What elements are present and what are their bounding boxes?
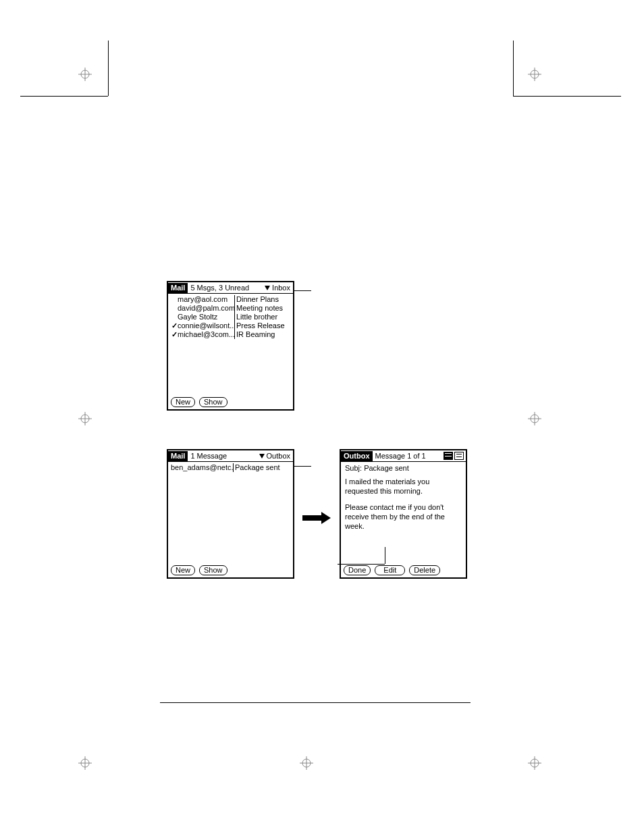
svg-marker-22 [321, 512, 331, 524]
message-row[interactable]: Gayle Stoltz Little brother [168, 313, 293, 321]
body-paragraph: I mailed the materials you requested thi… [345, 477, 462, 496]
message-subject: Press Release [236, 321, 290, 330]
dropdown-triangle-icon [265, 286, 270, 290]
outbox-status: 1 Message [188, 452, 256, 461]
message-subject: IR Beaming [236, 330, 290, 339]
subject-value: Package sent [364, 464, 409, 472]
crop-line [513, 96, 621, 97]
inbox-button-bar: New Show [171, 397, 227, 407]
message-row[interactable]: ✓ connie@wilsont... Press Release [168, 321, 293, 330]
registration-mark-icon [300, 756, 313, 770]
message-subject: Meeting notes [236, 304, 290, 313]
new-button[interactable]: New [171, 397, 195, 407]
message-row[interactable]: mary@aol.com Dinner Plans [168, 295, 293, 304]
inbox-titlebar: Mail 5 Msgs, 3 Unread Inbox [168, 282, 293, 294]
page-separator [160, 702, 471, 703]
arrow-right-icon [302, 512, 331, 524]
message-row[interactable]: david@palm.com Meeting notes [168, 304, 293, 313]
read-check-icon: ✓ [171, 330, 178, 339]
message-sender: ben_adams@netc... [171, 463, 233, 472]
message-subject: Little brother [236, 313, 290, 321]
detail-button-bar: Done Edit Delete [344, 565, 440, 575]
svg-rect-21 [302, 515, 321, 521]
crop-line [513, 41, 514, 96]
detail-title: Outbox [341, 451, 373, 461]
message-subject: Package sent [235, 463, 290, 472]
app-title: Mail [168, 283, 188, 293]
edit-button[interactable]: Edit [375, 565, 405, 575]
view-full-icon[interactable] [454, 452, 464, 460]
subject-line: Subj: Package sent [341, 462, 466, 474]
message-subject: Dinner Plans [236, 295, 290, 304]
subject-label: Subj: [345, 464, 362, 472]
dropdown-triangle-icon [259, 454, 265, 459]
registration-mark-icon [528, 412, 541, 425]
callout-leader [294, 290, 311, 291]
show-button[interactable]: Show [199, 397, 227, 407]
folder-dropdown[interactable]: Outbox [257, 452, 293, 460]
registration-mark-icon [78, 756, 92, 770]
inbox-status: 5 Msgs, 3 Unread [188, 284, 262, 292]
message-sender: michael@3com.... [178, 330, 234, 339]
callout-leader [385, 547, 385, 564]
registration-mark-icon [78, 68, 92, 81]
view-header-icon[interactable] [444, 452, 453, 460]
folder-dropdown[interactable]: Inbox [262, 284, 293, 292]
registration-mark-icon [528, 68, 541, 81]
crop-line [108, 41, 109, 96]
outbox-button-bar: New Show [171, 565, 227, 575]
detail-titlebar: Outbox Message 1 of 1 [341, 450, 466, 462]
mail-outbox-window: Mail 1 Message Outbox ben_adams@netc... … [167, 449, 294, 579]
folder-label: Outbox [267, 452, 290, 460]
message-body: I mailed the materials you requested thi… [341, 474, 466, 540]
read-check-icon: ✓ [171, 321, 178, 330]
crop-line [20, 96, 108, 97]
folder-label: Inbox [272, 284, 290, 292]
new-button[interactable]: New [171, 565, 195, 575]
inbox-message-list: mary@aol.com Dinner Plans david@palm.com… [168, 294, 293, 339]
registration-mark-icon [528, 756, 541, 770]
message-sender: connie@wilsont... [178, 321, 234, 330]
message-row[interactable]: ben_adams@netc... Package sent [168, 463, 293, 472]
outbox-message-list: ben_adams@netc... Package sent [168, 462, 293, 472]
message-sender: Gayle Stoltz [178, 313, 234, 321]
delete-button[interactable]: Delete [409, 565, 440, 575]
done-button[interactable]: Done [344, 565, 371, 575]
body-paragraph: Please contact me if you don't receive t… [345, 502, 462, 531]
registration-mark-icon [78, 412, 92, 425]
message-detail-window: Outbox Message 1 of 1 Subj: Package sent… [340, 449, 467, 579]
callout-leader [294, 466, 311, 467]
message-row[interactable]: ✓ michael@3com.... IR Beaming [168, 330, 293, 339]
show-button[interactable]: Show [199, 565, 227, 575]
message-sender: mary@aol.com [178, 295, 234, 304]
mail-inbox-window: Mail 5 Msgs, 3 Unread Inbox mary@aol.com… [167, 281, 294, 411]
message-counter: Message 1 of 1 [373, 452, 444, 461]
callout-leader [338, 564, 385, 565]
outbox-titlebar: Mail 1 Message Outbox [168, 450, 293, 462]
app-title: Mail [168, 451, 188, 461]
message-sender: david@palm.com [178, 304, 234, 313]
